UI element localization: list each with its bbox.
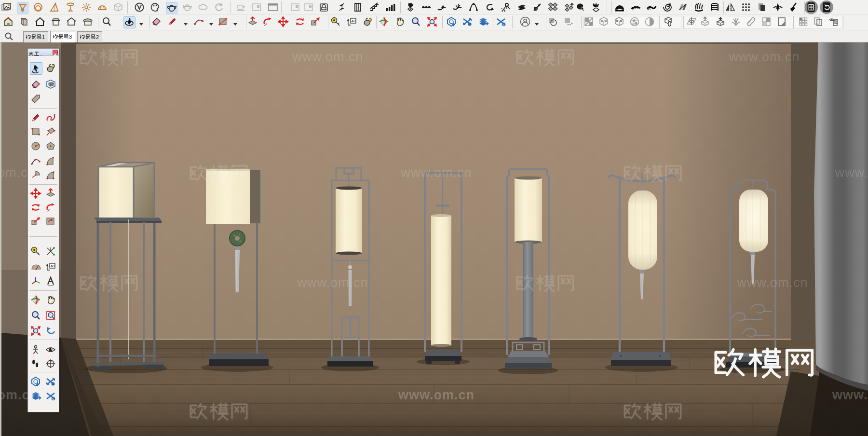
- svg-text:www.om.cn: www.om.cn: [728, 50, 800, 64]
- svg-text:www.om.cn: www.om.cn: [832, 388, 868, 402]
- svg-text:2: 2: [96, 34, 99, 40]
- svg-text:A1: A1: [51, 264, 55, 268]
- svg-text:www.om.cn: www.om.cn: [736, 275, 808, 290]
- svg-text:www.om.cn: www.om.cn: [400, 165, 472, 180]
- svg-text:A1: A1: [352, 19, 356, 23]
- svg-text:www.om.cn: www.om.cn: [297, 275, 368, 290]
- svg-text:3: 3: [668, 2, 671, 7]
- svg-text:www.om.cn: www.om.cn: [292, 50, 363, 64]
- svg-text:1: 1: [42, 34, 45, 40]
- svg-text:..: ..: [40, 52, 42, 56]
- svg-text:3: 3: [69, 34, 72, 40]
- svg-text:www.om.cn: www.om.cn: [834, 165, 868, 180]
- svg-text:www.om.cn: www.om.cn: [398, 388, 475, 402]
